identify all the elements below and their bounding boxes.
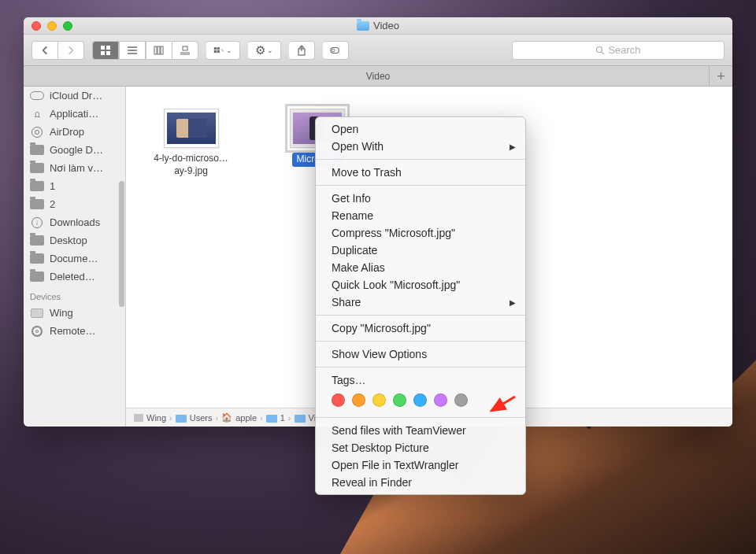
window-titlebar[interactable]: Video: [24, 17, 732, 35]
svg-rect-1: [106, 46, 110, 50]
menu-separator: [316, 341, 525, 342]
applications-icon: ⩍: [35, 108, 40, 120]
new-tab-button[interactable]: +: [709, 66, 732, 87]
folder-icon: [30, 145, 44, 155]
minimize-window-button[interactable]: [47, 21, 57, 31]
sidebar-item[interactable]: Docume…: [24, 249, 125, 268]
svg-rect-3: [106, 51, 110, 55]
folder-icon: [30, 181, 44, 191]
file-thumbnail[interactable]: [164, 109, 219, 148]
sidebar-item-label: 2: [50, 198, 55, 210]
tag-color-dot[interactable]: [454, 393, 468, 407]
menu-quick-look[interactable]: Quick Look "Microsoft.jpg": [316, 276, 525, 294]
file-item[interactable]: 4-ly-do-microso…ay-9.jpg: [150, 109, 232, 177]
menu-set-desktop[interactable]: Set Desktop Picture: [316, 439, 525, 456]
sidebar-item-label: Deleted…: [50, 271, 95, 283]
close-window-button[interactable]: [32, 21, 41, 31]
menu-view-options[interactable]: Show View Options: [316, 345, 525, 363]
svg-rect-10: [183, 46, 187, 50]
sidebar-item[interactable]: 2: [24, 195, 125, 213]
sidebar-item-label: AirDrop: [50, 126, 84, 138]
arrange-button[interactable]: ⌄: [206, 41, 240, 60]
menu-duplicate[interactable]: Duplicate: [316, 242, 525, 259]
airdrop-icon: [32, 127, 43, 138]
column-view-button[interactable]: [146, 41, 172, 60]
share-button[interactable]: [289, 41, 315, 60]
menu-copy[interactable]: Copy "Microsoft.jpg": [316, 319, 525, 337]
svg-rect-16: [217, 50, 220, 53]
sidebar-item[interactable]: AirDrop: [24, 123, 125, 141]
disc-icon: [32, 326, 43, 337]
icon-view-button[interactable]: [92, 41, 119, 60]
coverflow-view-button[interactable]: [172, 41, 198, 60]
sidebar-item-label: Desktop: [50, 235, 87, 246]
forward-button[interactable]: [58, 41, 84, 60]
sidebar-section-devices: Devices: [24, 286, 125, 304]
path-segment[interactable]: apple: [235, 413, 257, 423]
menu-move-to-trash[interactable]: Move to Trash: [316, 164, 525, 181]
sidebar-item[interactable]: ⩍Applicati…: [24, 105, 125, 123]
path-segment[interactable]: Users: [190, 413, 213, 423]
tags-button[interactable]: [323, 41, 349, 60]
tag-color-dot[interactable]: [352, 393, 365, 407]
menu-open[interactable]: Open: [316, 120, 525, 138]
tag-color-dot[interactable]: [393, 393, 406, 407]
menu-share[interactable]: Share: [316, 294, 525, 311]
path-segment[interactable]: Wing: [146, 413, 166, 423]
tag-color-dot[interactable]: [332, 393, 345, 407]
sidebar-item-label: 1: [50, 180, 55, 192]
path-separator: ›: [260, 413, 263, 423]
menu-separator: [316, 315, 525, 316]
sidebar-item[interactable]: Nơi làm v…: [24, 159, 125, 177]
fullscreen-window-button[interactable]: [63, 21, 72, 31]
sidebar-device-item[interactable]: Wing: [24, 304, 125, 322]
path-separator: ›: [215, 413, 218, 423]
folder-icon: [30, 271, 44, 282]
menu-teamviewer[interactable]: Send files with TeamViewer: [316, 422, 525, 439]
tag-color-dot[interactable]: [413, 393, 427, 407]
menu-separator: [316, 367, 525, 367]
folder-icon: [30, 235, 44, 246]
search-input[interactable]: Search: [512, 41, 724, 60]
sidebar-item[interactable]: Google D…: [24, 141, 125, 159]
menu-make-alias[interactable]: Make Alias: [316, 259, 525, 276]
menu-reveal-finder[interactable]: Reveal in Finder: [316, 474, 525, 491]
menu-textwrangler[interactable]: Open File in TextWrangler: [316, 456, 525, 474]
path-separator: ›: [288, 413, 291, 423]
path-segment[interactable]: 1: [280, 413, 285, 423]
svg-rect-2: [101, 51, 105, 55]
cloud-icon: [30, 91, 44, 100]
action-button[interactable]: ⚙⌄: [248, 41, 281, 60]
tab-label[interactable]: Video: [366, 71, 390, 82]
svg-rect-0: [101, 46, 105, 50]
menu-rename[interactable]: Rename: [316, 207, 525, 224]
sidebar-item[interactable]: Desktop: [24, 231, 125, 249]
sidebar-item[interactable]: Deleted…: [24, 268, 125, 286]
back-button[interactable]: [32, 41, 58, 60]
sidebar-item-label: iCloud Dr…: [50, 90, 102, 102]
sidebar-device-item[interactable]: Remote…: [24, 322, 125, 340]
menu-open-with[interactable]: Open With: [316, 138, 525, 155]
menu-get-info[interactable]: Get Info: [316, 190, 525, 207]
tab-bar: Video +: [24, 66, 732, 87]
menu-separator: [316, 185, 525, 186]
menu-compress[interactable]: Compress "Microsoft.jpg": [316, 224, 525, 242]
list-view-button[interactable]: [119, 41, 146, 60]
tag-color-dot[interactable]: [372, 393, 386, 407]
file-name-label[interactable]: 4-ly-do-microso…ay-9.jpg: [150, 153, 232, 177]
path-separator: ›: [169, 413, 172, 423]
sidebar-item[interactable]: 1: [24, 177, 125, 195]
sidebar: iCloud Dr…⩍Applicati…AirDropGoogle D…Nơi…: [24, 87, 126, 427]
nav-buttons: [32, 41, 84, 60]
download-icon: [32, 217, 43, 228]
sidebar-item[interactable]: Downloads: [24, 213, 125, 231]
sidebar-scrollbar[interactable]: [119, 181, 124, 307]
sidebar-item-label: Remote…: [50, 325, 96, 337]
sidebar-item[interactable]: iCloud Dr…: [24, 87, 125, 105]
search-placeholder: Search: [608, 44, 640, 56]
folder-icon: [30, 253, 44, 264]
sidebar-item-label: Applicati…: [50, 108, 98, 120]
tag-color-dot[interactable]: [434, 393, 447, 407]
folder-icon: [295, 415, 306, 423]
sidebar-item-label: Wing: [50, 307, 73, 319]
